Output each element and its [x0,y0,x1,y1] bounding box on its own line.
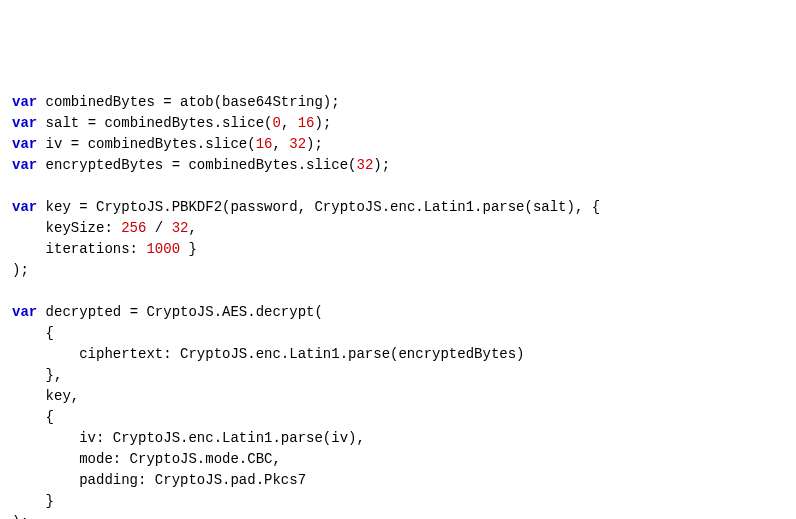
code-token: combinedBytes = atob(base64String); [37,94,339,110]
number-token: 0 [272,115,280,131]
code-line: { [12,407,784,428]
keyword-token: var [12,199,37,215]
code-block: var combinedBytes = atob(base64String);v… [12,92,784,519]
keyword-token: var [12,136,37,152]
code-token: decrypted = CryptoJS.AES.decrypt( [37,304,323,320]
number-token: 256 [121,220,146,236]
code-line: key, [12,386,784,407]
code-line: padding: CryptoJS.pad.Pkcs7 [12,470,784,491]
code-line: ); [12,260,784,281]
code-token: encryptedBytes = combinedBytes.slice( [37,157,356,173]
code-token: } [180,241,197,257]
code-token: ); [306,136,323,152]
code-token: }, [12,367,62,383]
code-line: mode: CryptoJS.mode.CBC, [12,449,784,470]
code-token: key = CryptoJS.PBKDF2(password, CryptoJS… [37,199,600,215]
code-token: iv: CryptoJS.enc.Latin1.parse(iv), [12,430,365,446]
number-token: 32 [356,157,373,173]
code-line: var combinedBytes = atob(base64String); [12,92,784,113]
code-token: { [12,409,54,425]
code-token: ); [12,262,29,278]
keyword-token: var [12,115,37,131]
number-token: 16 [298,115,315,131]
number-token: 32 [172,220,189,236]
code-token: , [281,115,298,131]
code-line: } [12,491,784,512]
code-line: var encryptedBytes = combinedBytes.slice… [12,155,784,176]
code-token: { [12,325,54,341]
code-line [12,281,784,302]
keyword-token: var [12,157,37,173]
number-token: 16 [256,136,273,152]
code-line: ); [12,512,784,519]
code-token: iterations: [12,241,146,257]
number-token: 1000 [146,241,180,257]
code-token: key, [12,388,79,404]
code-token: } [12,493,54,509]
code-line [12,176,784,197]
code-token: , [272,136,289,152]
code-line: keySize: 256 / 32, [12,218,784,239]
code-token: / [146,220,171,236]
number-token: 32 [289,136,306,152]
code-token: ciphertext: CryptoJS.enc.Latin1.parse(en… [12,346,524,362]
keyword-token: var [12,304,37,320]
code-line: }, [12,365,784,386]
code-line: var decrypted = CryptoJS.AES.decrypt( [12,302,784,323]
code-line: ciphertext: CryptoJS.enc.Latin1.parse(en… [12,344,784,365]
keyword-token: var [12,94,37,110]
code-line: var iv = combinedBytes.slice(16, 32); [12,134,784,155]
code-line: iterations: 1000 } [12,239,784,260]
code-token: ); [315,115,332,131]
code-token: iv = combinedBytes.slice( [37,136,255,152]
code-line: iv: CryptoJS.enc.Latin1.parse(iv), [12,428,784,449]
code-line: { [12,323,784,344]
code-token: mode: CryptoJS.mode.CBC, [12,451,281,467]
code-token: padding: CryptoJS.pad.Pkcs7 [12,472,306,488]
code-token: keySize: [12,220,121,236]
code-token: , [188,220,196,236]
code-token: ); [373,157,390,173]
code-token: ); [12,514,29,519]
code-line: var key = CryptoJS.PBKDF2(password, Cryp… [12,197,784,218]
code-line: var salt = combinedBytes.slice(0, 16); [12,113,784,134]
code-token: salt = combinedBytes.slice( [37,115,272,131]
